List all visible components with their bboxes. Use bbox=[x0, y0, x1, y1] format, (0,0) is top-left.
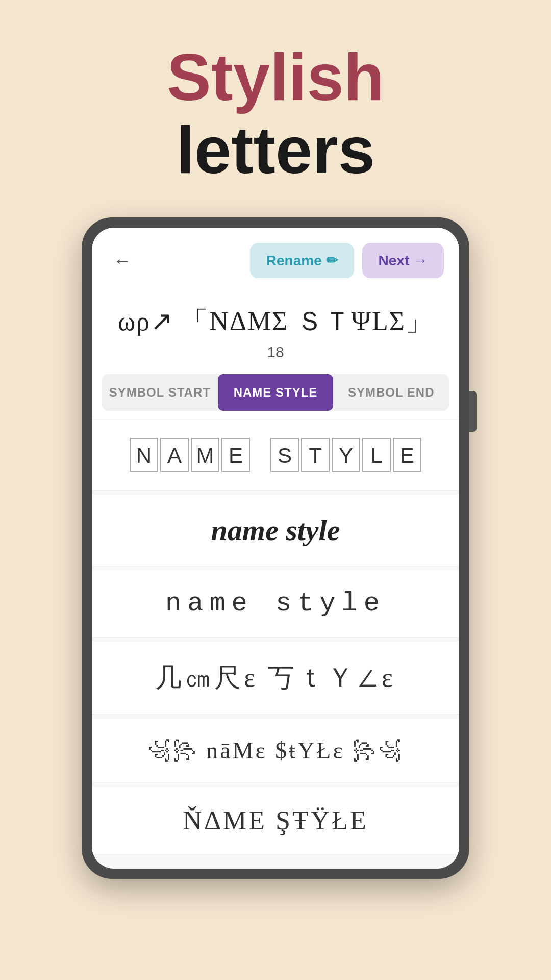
style-special-text: ŇΔMΕ ŞŦŸŁΕ bbox=[183, 806, 368, 835]
app-header: ← Rename ✏ Next → bbox=[92, 228, 459, 288]
list-item[interactable]: ŇΔMΕ ŞŦŸŁΕ bbox=[92, 787, 459, 854]
style-cursive-text: name style bbox=[211, 513, 340, 547]
list-item[interactable]: name style bbox=[92, 570, 459, 638]
list-item[interactable]: name style bbox=[92, 495, 459, 566]
tab-name-style[interactable]: NAME STYLE bbox=[218, 374, 334, 411]
tab-symbol-start[interactable]: SYMBOL START bbox=[102, 374, 218, 411]
preview-area: ωρ↗ 「ΝΔΜΣ ＳＴΨLΣ」 18 bbox=[92, 288, 459, 366]
back-button[interactable]: ← bbox=[107, 246, 138, 276]
list-item[interactable]: ꧁꧂ nāMε $ŧYŁε ꧂꧁ bbox=[92, 719, 459, 783]
rename-button[interactable]: Rename ✏ bbox=[250, 243, 354, 278]
style-boxed-text: N A M E S T Y L E bbox=[130, 438, 421, 472]
hero-title-stylish: Stylish bbox=[20, 41, 531, 114]
hero-section: Stylish letters bbox=[0, 0, 551, 217]
tab-bar: SYMBOL START NAME STYLE SYMBOL END bbox=[102, 374, 449, 411]
phone-frame: ← Rename ✏ Next → ωρ↗ 「ΝΔΜΣ ＳＴΨLΣ」 18 SY… bbox=[82, 217, 469, 879]
list-item[interactable]: 几㎝尺ε 丂ｔＹ∠ε bbox=[92, 642, 459, 715]
phone-inner: ← Rename ✏ Next → ωρ↗ 「ΝΔΜΣ ＳＴΨLΣ」 18 SY… bbox=[92, 228, 459, 869]
preview-count: 18 bbox=[102, 344, 449, 361]
next-button[interactable]: Next → bbox=[362, 243, 444, 278]
list-item[interactable]: N A M E S T Y L E bbox=[92, 419, 459, 491]
hero-title-letters: letters bbox=[20, 114, 531, 187]
style-ornate-text: ꧁꧂ nāMε $ŧYŁε ꧂꧁ bbox=[147, 738, 404, 764]
preview-text: ωρ↗ 「ΝΔΜΣ ＳＴΨLΣ」 bbox=[102, 304, 449, 339]
back-arrow-icon: ← bbox=[113, 250, 132, 272]
style-list: N A M E S T Y L E name style name styl bbox=[92, 419, 459, 869]
tab-symbol-end[interactable]: SYMBOL END bbox=[333, 374, 449, 411]
style-cjk-text: 几㎝尺ε 丂ｔＹ∠ε bbox=[155, 663, 396, 692]
style-spaced-text: name style bbox=[165, 589, 386, 619]
header-buttons: Rename ✏ Next → bbox=[250, 243, 444, 278]
